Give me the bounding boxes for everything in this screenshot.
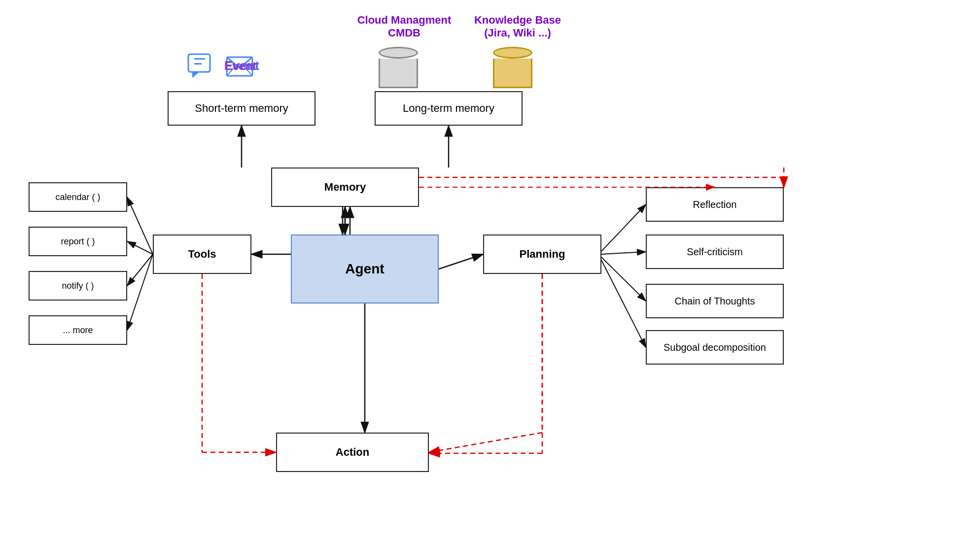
svg-line-38 <box>429 433 542 452</box>
tools-box: Tools <box>153 235 251 274</box>
knowledge-base-cylinder <box>493 47 532 88</box>
chain-of-thoughts-box: Chain of Thoughts <box>646 284 784 318</box>
svg-rect-2 <box>194 58 205 60</box>
event-text-label: Event <box>224 59 256 73</box>
svg-line-22 <box>601 204 646 251</box>
reflection-box: Reflection <box>646 187 784 222</box>
cloud-mgmt-label: Cloud Managment CMDB <box>355 14 454 39</box>
chat-icon <box>187 53 217 80</box>
cmdb-cylinder <box>379 47 418 88</box>
svg-line-24 <box>601 257 646 301</box>
report-box: report ( ) <box>29 227 127 256</box>
svg-line-25 <box>601 260 646 347</box>
svg-line-21 <box>127 254 153 330</box>
action-box: Action <box>276 433 429 472</box>
svg-marker-1 <box>192 72 199 78</box>
svg-line-23 <box>601 252 646 254</box>
short-term-memory-box: Short-term memory <box>168 91 315 126</box>
svg-line-20 <box>127 254 153 286</box>
diagram: Cloud Managment CMDB Knowledge Base (Jir… <box>0 0 980 539</box>
svg-line-18 <box>127 197 153 254</box>
notify-box: notify ( ) <box>29 271 127 301</box>
svg-rect-3 <box>194 63 202 65</box>
long-term-memory-box: Long-term memory <box>375 91 523 126</box>
more-box: ... more <box>29 315 127 345</box>
planning-box: Planning <box>483 235 601 274</box>
memory-box: Memory <box>271 168 419 207</box>
agent-box: Agent <box>291 235 439 303</box>
self-criticism-box: Self-criticism <box>646 235 784 269</box>
svg-line-19 <box>127 241 153 254</box>
subgoal-box: Subgoal decomposition <box>646 330 784 365</box>
calendar-box: calendar ( ) <box>29 182 127 212</box>
knowledge-base-label: Knowledge Base (Jira, Wiki ...) <box>463 14 572 39</box>
svg-line-15 <box>439 254 483 269</box>
